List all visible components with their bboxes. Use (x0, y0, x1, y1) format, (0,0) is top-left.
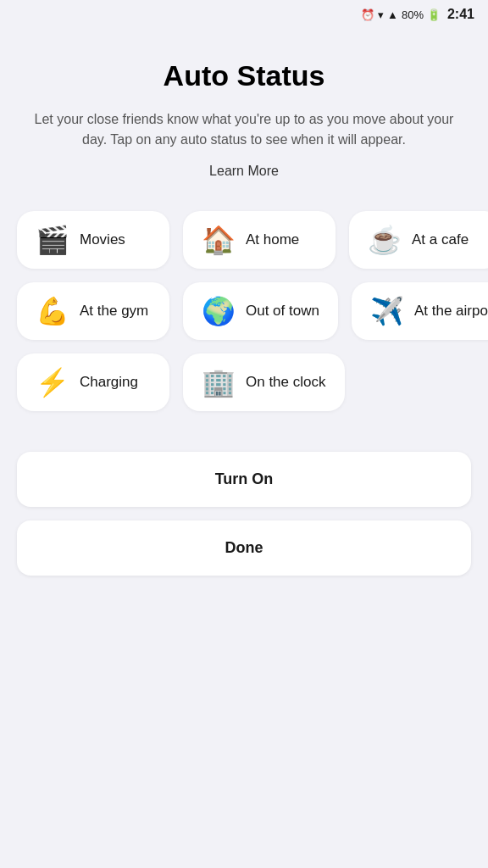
out-of-town-icon: 🌍 (202, 298, 236, 325)
at-the-airport-icon: ✈️ (370, 298, 404, 325)
at-the-airport-label: At the airport (414, 303, 488, 320)
page-title: Auto Status (25, 59, 463, 92)
gym-label: At the gym (80, 303, 148, 320)
status-card-at-the-airport[interactable]: ✈️ At the airport (352, 282, 488, 340)
wifi-icon: ▾ (378, 8, 384, 21)
learn-more-link[interactable]: Learn More (209, 164, 279, 178)
status-row-1: 🎬 Movies 🏠 At home ☕ At a cafe (0, 204, 488, 275)
status-row-2: 💪 At the gym 🌍 Out of town ✈️ At the air… (0, 275, 488, 347)
status-card-movies[interactable]: 🎬 Movies (17, 211, 169, 269)
out-of-town-label: Out of town (246, 303, 319, 320)
at-a-cafe-label: At a cafe (412, 231, 469, 248)
battery-icon: 🔋 (427, 8, 441, 21)
header-description: Let your close friends know what you're … (25, 109, 463, 150)
status-card-at-home[interactable]: 🏠 At home (183, 211, 336, 269)
turn-on-button[interactable]: Turn On (17, 452, 471, 507)
charging-label: Charging (80, 374, 138, 391)
status-card-gym[interactable]: 💪 At the gym (17, 282, 169, 340)
status-card-on-the-clock[interactable]: 🏢 On the clock (183, 353, 345, 411)
status-card-out-of-town[interactable]: 🌍 Out of town (183, 282, 338, 340)
on-the-clock-icon: 🏢 (202, 369, 236, 396)
movies-label: Movies (80, 231, 125, 248)
bottom-section: Turn On Done (0, 426, 488, 601)
done-button[interactable]: Done (17, 520, 471, 576)
on-the-clock-label: On the clock (246, 374, 326, 391)
movies-icon: 🎬 (36, 226, 69, 253)
status-card-charging[interactable]: ⚡ Charging (17, 353, 169, 411)
signal-icon: ▲ (387, 8, 398, 21)
gym-icon: 💪 (36, 298, 69, 325)
alarm-icon: ⏰ (361, 8, 374, 21)
status-bar: ⏰ ▾ ▲ 80% 🔋 2:41 (0, 0, 488, 25)
status-rows-container: 🎬 Movies 🏠 At home ☕ At a cafe 💪 At the … (0, 196, 488, 426)
header-section: Auto Status Let your close friends know … (0, 25, 488, 196)
at-a-cafe-icon: ☕ (368, 226, 402, 253)
battery-percent: 80% (402, 8, 424, 21)
status-row-3: ⚡ Charging 🏢 On the clock (0, 347, 488, 418)
at-home-icon: 🏠 (202, 226, 236, 253)
at-home-label: At home (246, 231, 299, 248)
status-time: 2:41 (447, 7, 474, 22)
status-card-at-a-cafe[interactable]: ☕ At a cafe (349, 211, 488, 269)
charging-icon: ⚡ (36, 369, 69, 396)
